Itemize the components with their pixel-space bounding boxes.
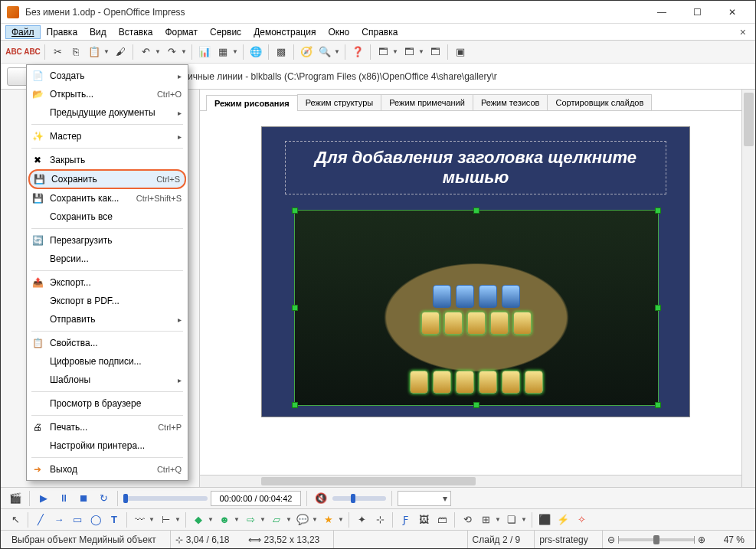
- menu-help[interactable]: Справка: [355, 25, 404, 39]
- glue-points-icon[interactable]: ⊹: [371, 511, 388, 528]
- slide-canvas[interactable]: Для добавления заголовка щелкните мышью: [200, 111, 741, 475]
- format-paintbrush-icon[interactable]: 🖌: [112, 44, 129, 60]
- hyperlink-icon[interactable]: 🌐: [247, 44, 264, 60]
- slide-layout-icon[interactable]: 🗔: [375, 44, 391, 60]
- menu-printersettings[interactable]: Настройки принтера...: [27, 436, 188, 455]
- from-file-icon[interactable]: 🖼: [415, 511, 432, 528]
- media-play-icon[interactable]: ▶: [35, 490, 52, 507]
- copy-icon[interactable]: ⎘: [67, 44, 84, 60]
- media-volume-slider[interactable]: [332, 496, 386, 501]
- slide-master-icon[interactable]: 🗔: [427, 44, 443, 60]
- media-loop-icon[interactable]: ↻: [95, 490, 112, 507]
- media-seek-slider[interactable]: [123, 496, 208, 501]
- scrollbar-vertical[interactable]: [741, 90, 755, 487]
- block-arrows-icon[interactable]: ⇨: [242, 511, 259, 528]
- menu-view[interactable]: Вид: [83, 25, 113, 39]
- redo-icon[interactable]: ↷: [163, 44, 180, 60]
- menu-reload[interactable]: 🔄 Перезагрузить: [27, 231, 188, 250]
- animation-icon[interactable]: ✧: [573, 511, 590, 528]
- interaction-icon[interactable]: ⚡: [555, 511, 571, 528]
- flowchart-icon[interactable]: ▱: [268, 511, 285, 528]
- media-zoom-combo[interactable]: [398, 491, 451, 506]
- zoom-value[interactable]: 47 %: [719, 534, 749, 545]
- menu-exit[interactable]: ➜ Выход Ctrl+Q: [27, 460, 188, 479]
- undo-icon[interactable]: ↶: [137, 44, 154, 60]
- menu-print[interactable]: 🖨 Печать... Ctrl+P: [27, 418, 188, 436]
- menu-digisign[interactable]: Цифровые подписи...: [27, 352, 188, 371]
- arrange-icon[interactable]: ❏: [503, 511, 520, 528]
- symbol-shapes-icon[interactable]: ☻: [216, 511, 233, 528]
- points-edit-icon[interactable]: ✦: [353, 511, 370, 528]
- help-icon[interactable]: ❓: [349, 44, 366, 60]
- tab-notes[interactable]: Режим примечаний: [381, 94, 473, 110]
- zoom-slider[interactable]: [618, 538, 695, 541]
- zoom-in-icon[interactable]: ⊕: [698, 534, 705, 545]
- media-mute-icon[interactable]: 🔇: [313, 490, 329, 507]
- gallery-icon[interactable]: 🗃: [434, 511, 450, 528]
- tab-outline[interactable]: Режим структуры: [297, 94, 382, 110]
- minimize-button[interactable]: —: [645, 2, 679, 23]
- zoom-out-icon[interactable]: ⊖: [607, 534, 615, 545]
- menu-templates[interactable]: Шаблоны▸: [27, 371, 188, 389]
- resize-handle[interactable]: [473, 402, 479, 408]
- fontwork-icon[interactable]: Ƒ: [397, 511, 414, 528]
- resize-handle[interactable]: [292, 305, 298, 311]
- extrusion-icon[interactable]: ⬛: [536, 511, 553, 528]
- paste-icon[interactable]: 📋: [86, 44, 103, 60]
- menu-recent[interactable]: Предыдущие документы▸: [27, 103, 188, 122]
- callout-icon[interactable]: 💬: [294, 511, 311, 528]
- curve-tool-icon[interactable]: 〰: [131, 511, 148, 528]
- menu-wizard[interactable]: ✨ Мастер▸: [27, 127, 188, 145]
- menu-open[interactable]: 📂 Открыть... Ctrl+O: [27, 85, 188, 103]
- chart-icon[interactable]: 📊: [196, 44, 213, 60]
- slide-design-icon[interactable]: 🗔: [401, 44, 417, 60]
- align-icon[interactable]: ⊞: [477, 511, 494, 528]
- media-insert-icon[interactable]: 🎬: [7, 490, 24, 507]
- tab-drawing[interactable]: Режим рисования: [206, 95, 298, 111]
- line-tool-icon[interactable]: ╱: [32, 511, 49, 528]
- maximize-button[interactable]: ☐: [680, 2, 714, 23]
- ellipse-tool-icon[interactable]: ◯: [87, 511, 104, 528]
- present-icon[interactable]: ▣: [452, 44, 469, 60]
- resize-handle[interactable]: [292, 402, 298, 408]
- menu-tools[interactable]: Сервис: [204, 25, 247, 39]
- stars-icon[interactable]: ★: [320, 511, 337, 528]
- menu-export[interactable]: 📤 Экспорт...: [27, 273, 188, 292]
- zoom-icon[interactable]: 🔍: [316, 44, 333, 60]
- menu-send[interactable]: Отправить▸: [27, 310, 188, 328]
- menu-slideshow[interactable]: Демонстрация: [247, 25, 322, 39]
- grid-icon[interactable]: ▩: [273, 44, 290, 60]
- menu-browserpreview[interactable]: Просмотр в браузере: [27, 394, 188, 413]
- media-pause-icon[interactable]: ⏸: [55, 490, 72, 507]
- abc-auto-icon[interactable]: ABC: [24, 44, 41, 60]
- resize-handle[interactable]: [655, 402, 661, 408]
- media-object[interactable]: [294, 210, 659, 406]
- rect-tool-icon[interactable]: ▭: [69, 511, 86, 528]
- resize-handle[interactable]: [655, 208, 661, 214]
- text-tool-icon[interactable]: T: [106, 511, 123, 528]
- slide-title-placeholder[interactable]: Для добавления заголовка щелкните мышью: [285, 141, 666, 194]
- menu-properties[interactable]: 📋 Свойства...: [27, 334, 188, 352]
- menu-exportpdf[interactable]: Экспорт в PDF...: [27, 292, 188, 310]
- tab-handout[interactable]: Режим тезисов: [473, 94, 548, 110]
- resize-handle[interactable]: [473, 208, 479, 214]
- menu-close[interactable]: ✖ Закрыть: [27, 151, 188, 169]
- resize-handle[interactable]: [655, 305, 661, 311]
- menu-window[interactable]: Окно: [322, 25, 355, 39]
- menu-saveall[interactable]: Сохранить все: [27, 208, 188, 226]
- menu-save[interactable]: 💾 Сохранить Ctrl+S: [28, 169, 186, 189]
- document-close-icon[interactable]: ×: [735, 26, 751, 38]
- menu-file[interactable]: Файл: [5, 25, 41, 39]
- menu-saveas[interactable]: 💾 Сохранить как... Ctrl+Shift+S: [27, 189, 188, 208]
- menu-format[interactable]: Формат: [159, 25, 204, 39]
- tab-sorter[interactable]: Сортировщик слайдов: [547, 94, 652, 110]
- cut-icon[interactable]: ✂: [49, 44, 66, 60]
- arrow-tool-icon[interactable]: →: [51, 511, 67, 528]
- select-tool-icon[interactable]: ↖: [7, 511, 24, 528]
- menu-versions[interactable]: Версии...: [27, 250, 188, 268]
- table-icon[interactable]: ▦: [214, 44, 231, 60]
- menu-edit[interactable]: Правка: [41, 25, 84, 39]
- abc-spellcheck-icon[interactable]: ABC: [5, 44, 22, 60]
- menu-insert[interactable]: Вставка: [113, 25, 159, 39]
- resize-handle[interactable]: [292, 208, 298, 214]
